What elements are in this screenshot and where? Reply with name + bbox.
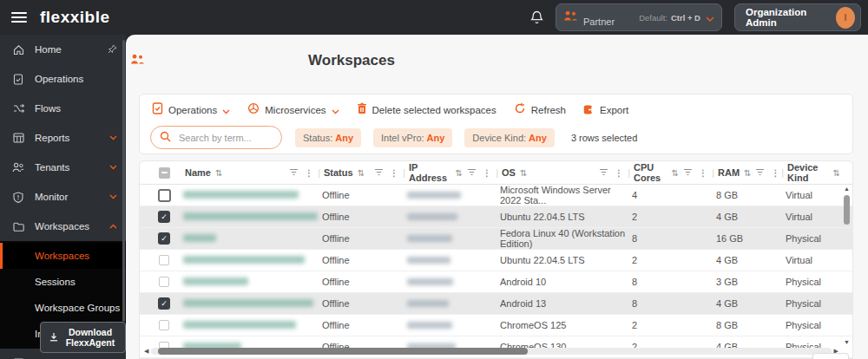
sidebar-subitem-workspaces[interactable]: Workspaces bbox=[0, 243, 126, 269]
sidebar-item-monitor[interactable]: Monitor bbox=[0, 182, 126, 212]
redacted-name bbox=[183, 191, 299, 199]
cell-device-kind: Physical bbox=[786, 320, 840, 330]
table-row[interactable]: ✓ Offline Fedora Linux 40 (Workstation E… bbox=[140, 228, 852, 250]
column-header-name[interactable]: Name ⇅ ⋮ | bbox=[183, 161, 322, 184]
cell-name[interactable] bbox=[183, 298, 322, 309]
cell-device-kind: Virtual bbox=[786, 190, 840, 200]
sidebar-item-tenants[interactable]: Tenants bbox=[0, 153, 126, 182]
cell-status: Offline bbox=[322, 277, 407, 287]
column-menu-icon[interactable]: ⋮ bbox=[483, 168, 491, 178]
row-checkbox[interactable] bbox=[159, 320, 169, 330]
table-row[interactable]: Offline Android 10 8 3 GB Physical bbox=[140, 271, 852, 293]
filter-chip-status-[interactable]: Status:Any bbox=[295, 128, 361, 147]
cell-name[interactable] bbox=[183, 212, 322, 222]
filter-chip-intel-vpro-[interactable]: Intel vPro:Any bbox=[373, 128, 452, 147]
avatar[interactable]: I bbox=[836, 7, 855, 29]
redacted-ip bbox=[407, 322, 452, 329]
column-header-ip-address[interactable]: IP Address ⇅ ⋮ | bbox=[407, 161, 500, 184]
select-all-checkbox[interactable] bbox=[159, 167, 170, 179]
row-checkbox[interactable]: ✓ bbox=[158, 211, 170, 223]
sort-icon[interactable]: ⇅ bbox=[672, 168, 679, 178]
export-button[interactable]: Export bbox=[583, 102, 628, 118]
scroll-down-icon[interactable]: ▼ bbox=[844, 339, 850, 346]
sidebar-subitem-workspace-groups[interactable]: Workspace Groups bbox=[0, 295, 126, 321]
sidebar-subitem-sessions[interactable]: Sessions bbox=[0, 269, 126, 295]
sort-icon[interactable]: ⇅ bbox=[520, 168, 527, 178]
operations-button[interactable]: Operations bbox=[152, 102, 230, 118]
table-row[interactable]: ✓ Offline Android 13 8 4 GB Physical bbox=[140, 293, 852, 315]
column-header-ram[interactable]: RAM ⇅ ⋮ | bbox=[716, 161, 786, 184]
pin-sidebar-icon[interactable] bbox=[108, 42, 117, 57]
table-row[interactable]: Offline ChromeOS 125 2 8 GB Physical bbox=[140, 315, 852, 336]
menu-icon[interactable] bbox=[11, 10, 27, 25]
sidebar-item-reports[interactable]: Reports bbox=[0, 123, 126, 153]
scroll-left-icon[interactable]: ◀ bbox=[144, 348, 148, 355]
cell-cpu-cores: 4 bbox=[632, 190, 716, 200]
sort-icon[interactable]: ⇅ bbox=[833, 168, 840, 178]
cell-ip bbox=[407, 190, 500, 200]
row-checkbox[interactable] bbox=[159, 277, 169, 287]
refresh-button[interactable]: Refresh bbox=[514, 102, 566, 118]
cell-cpu-cores: 8 bbox=[632, 298, 716, 309]
row-checkbox[interactable]: ✓ bbox=[158, 232, 170, 245]
column-menu-icon[interactable]: ⋮ bbox=[305, 168, 313, 178]
sidebar-scrollbar[interactable] bbox=[122, 40, 125, 322]
vertical-scroll-thumb[interactable] bbox=[844, 195, 850, 225]
redacted-name bbox=[183, 321, 296, 329]
horizontal-scroll-thumb[interactable] bbox=[158, 348, 528, 355]
sort-icon[interactable]: ⇅ bbox=[744, 168, 751, 178]
scroll-up-icon[interactable]: ▲ bbox=[844, 186, 850, 193]
column-menu-icon[interactable]: ⋮ bbox=[771, 168, 779, 178]
table-row[interactable]: Offline Microsoft Windows Server 2022 St… bbox=[140, 185, 852, 206]
column-header-device-kind[interactable]: Device Kind ⇅ bbox=[786, 161, 840, 184]
table-row[interactable]: Offline Ubuntu 22.04.5 LTS 2 4 GB Virtua… bbox=[140, 250, 852, 271]
microservices-button[interactable]: Microservices bbox=[247, 102, 339, 118]
app-logo[interactable]: flexxible bbox=[40, 8, 110, 27]
sidebar-item-flows[interactable]: Flows bbox=[0, 94, 126, 123]
sort-icon[interactable]: ⇅ bbox=[456, 168, 463, 178]
partner-selector[interactable]: Partner Default:Ctrl + D bbox=[556, 3, 722, 31]
column-menu-icon[interactable]: ⋮ bbox=[699, 168, 707, 178]
row-checkbox[interactable] bbox=[159, 255, 169, 265]
column-header-os[interactable]: OS ⇅ ⋮ | bbox=[500, 161, 632, 184]
partner-label: Partner bbox=[583, 16, 615, 27]
horizontal-scrollbar[interactable]: ◀ ▶ bbox=[144, 347, 838, 356]
download-flexxagent-button[interactable]: Download FlexxAgent bbox=[40, 322, 126, 353]
cell-name[interactable] bbox=[183, 277, 322, 287]
redacted-name bbox=[183, 212, 318, 220]
vertical-scrollbar[interactable]: ▲ ▼ bbox=[842, 186, 852, 346]
account-menu[interactable]: Organization Admin I bbox=[734, 3, 861, 31]
filter-icon[interactable] bbox=[289, 167, 299, 178]
filter-icon[interactable] bbox=[374, 167, 384, 178]
home-icon bbox=[12, 44, 24, 55]
sidebar-item-home[interactable]: Home bbox=[0, 35, 126, 64]
sidebar-item-workspaces[interactable]: Workspaces bbox=[0, 212, 126, 241]
notifications-bell-icon[interactable] bbox=[530, 10, 543, 24]
sort-icon[interactable]: ⇅ bbox=[358, 168, 365, 178]
row-checkbox[interactable]: ✓ bbox=[158, 297, 170, 310]
filter-icon[interactable] bbox=[467, 167, 477, 178]
cell-status: Offline bbox=[322, 190, 407, 200]
cell-name[interactable] bbox=[183, 233, 322, 244]
column-header-cpu-cores[interactable]: CPU Cores ⇅ ⋮ | bbox=[632, 161, 716, 184]
operations-doc-icon bbox=[152, 102, 163, 118]
delete-selected-workspaces-button[interactable]: Delete selected workspaces bbox=[357, 102, 496, 118]
redacted-ip bbox=[407, 257, 450, 264]
row-checkbox[interactable] bbox=[158, 189, 171, 202]
column-header-status[interactable]: Status ⇅ ⋮ | bbox=[322, 161, 407, 184]
column-menu-icon[interactable]: ⋮ bbox=[390, 168, 398, 178]
microservices-icon bbox=[247, 102, 260, 118]
column-menu-icon[interactable]: ⋮ bbox=[615, 168, 623, 178]
cell-status: Offline bbox=[322, 233, 407, 244]
filter-icon[interactable] bbox=[683, 167, 693, 178]
filter-icon[interactable] bbox=[755, 167, 765, 178]
cell-name[interactable] bbox=[183, 255, 322, 265]
search-input[interactable] bbox=[177, 132, 273, 144]
filter-chip-device-kind-[interactable]: Device Kind:Any bbox=[464, 128, 555, 147]
table-row[interactable]: ✓ Offline Ubuntu 22.04.5 LTS 2 4 GB Virt… bbox=[140, 206, 852, 228]
sort-icon[interactable]: ⇅ bbox=[215, 168, 222, 178]
cell-name[interactable] bbox=[183, 320, 322, 330]
filter-icon[interactable] bbox=[599, 167, 608, 178]
cell-name[interactable] bbox=[183, 190, 322, 200]
sidebar-item-operations[interactable]: Operations bbox=[0, 64, 126, 94]
